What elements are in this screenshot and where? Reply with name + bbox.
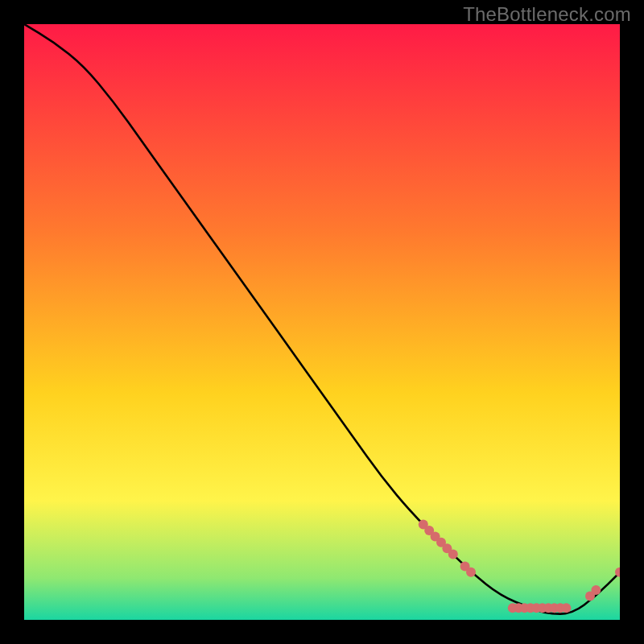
data-dot-cluster-2 — [466, 568, 476, 577]
data-dot-minimum — [561, 603, 571, 613]
chart-frame: TheBottleneck.com — [0, 0, 644, 644]
watermark-text: TheBottleneck.com — [463, 3, 631, 26]
data-dot-cluster-1 — [448, 550, 458, 559]
plot-area — [24, 24, 620, 620]
chart-svg — [24, 24, 620, 620]
gradient-background — [24, 24, 620, 620]
data-dot-rise — [591, 585, 601, 595]
